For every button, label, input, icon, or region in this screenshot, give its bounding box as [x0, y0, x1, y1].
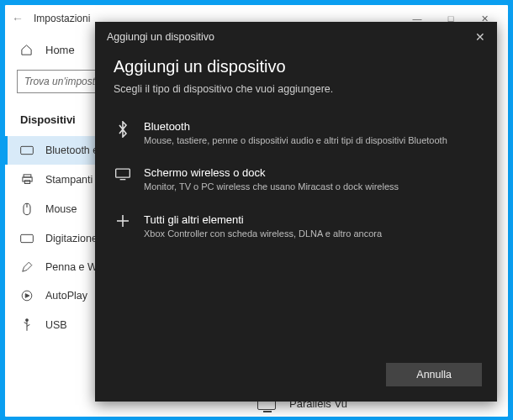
- usb-icon: [20, 318, 34, 332]
- dialog-header: Aggiungi un dispositivo ✕: [95, 22, 497, 52]
- option-heading: Bluetooth: [144, 120, 479, 133]
- sidebar-item-label: USB: [45, 319, 67, 331]
- mouse-icon: [20, 202, 34, 216]
- sidebar-home-label: Home: [45, 44, 75, 56]
- printer-icon: [20, 173, 34, 186]
- home-icon: [20, 44, 34, 56]
- option-wireless-display[interactable]: Schermo wireless o dock Monitor, TV o PC…: [114, 156, 479, 202]
- sidebar-item-label: Mouse: [45, 203, 77, 215]
- add-device-dialog: Aggiungi un dispositivo ✕ Aggiungi un di…: [95, 22, 497, 402]
- option-desc: Xbox Controller con scheda wireless, DLN…: [144, 228, 479, 239]
- monitor-icon: [114, 166, 132, 192]
- sidebar-item-label: Digitazione: [45, 233, 98, 244]
- option-heading: Tutti gli altri elementi: [144, 213, 479, 226]
- dialog-header-title: Aggiungi un dispositivo: [107, 31, 475, 43]
- svg-rect-5: [22, 177, 31, 181]
- typing-icon: [20, 234, 34, 244]
- svg-rect-0: [21, 146, 34, 154]
- option-heading: Schermo wireless o dock: [144, 166, 479, 179]
- svg-rect-13: [116, 169, 130, 177]
- back-arrow-icon[interactable]: ←: [12, 12, 24, 25]
- bluetooth-icon: [114, 120, 132, 146]
- option-bluetooth[interactable]: Bluetooth Mouse, tastiere, penne o dispo…: [114, 110, 479, 156]
- close-icon[interactable]: ✕: [475, 30, 485, 44]
- svg-rect-6: [24, 181, 29, 184]
- svg-rect-9: [21, 234, 34, 242]
- dialog-subtitle: Scegli il tipo di dispositivo che vuoi a…: [114, 83, 479, 95]
- option-everything-else[interactable]: Tutti gli altri elementi Xbox Controller…: [114, 203, 479, 249]
- plus-icon: [114, 213, 132, 239]
- svg-point-12: [26, 319, 29, 322]
- option-desc: Monitor, TV o PC wireless che usano Mira…: [144, 181, 479, 192]
- dialog-title: Aggiungi un dispositivo: [114, 57, 479, 76]
- keyboard-icon: [20, 145, 34, 155]
- cancel-button[interactable]: Annulla: [386, 363, 482, 386]
- autoplay-icon: [20, 290, 34, 302]
- pen-icon: [20, 261, 34, 273]
- option-desc: Mouse, tastiere, penne o dispositivi aud…: [144, 134, 479, 146]
- sidebar-item-label: AutoPlay: [45, 290, 87, 302]
